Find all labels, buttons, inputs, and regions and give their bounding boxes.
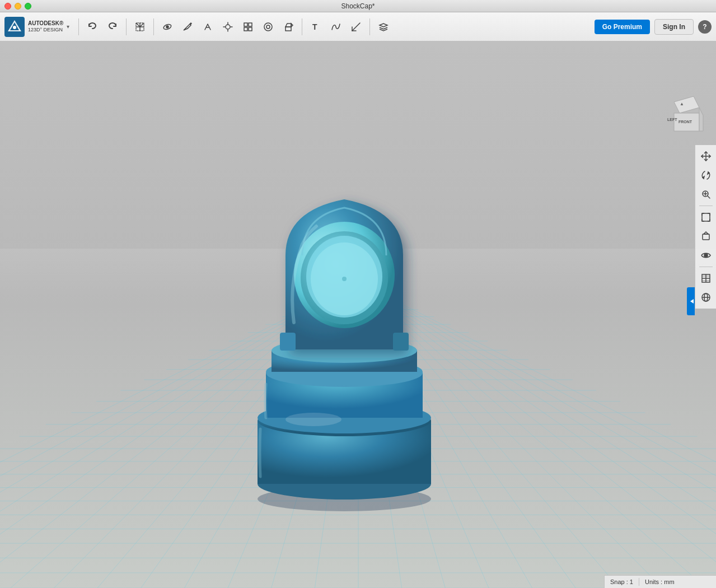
group-button[interactable] (259, 18, 277, 36)
pattern-button[interactable] (239, 18, 257, 36)
main-toolbar: AUTODESK® 123D° DESIGN ▾ (0, 12, 716, 41)
snap-status: Snap : 1 (610, 578, 633, 585)
svg-rect-51 (703, 234, 709, 240)
svg-rect-36 (393, 333, 409, 351)
svg-line-20 (352, 23, 360, 31)
titlebar: ShockCap* (0, 0, 716, 12)
right-toolbar (695, 145, 716, 309)
separator-1 (78, 18, 79, 35)
units-status[interactable]: Units : mm (645, 578, 675, 585)
svg-rect-35 (280, 333, 296, 351)
orbit-tool-button[interactable] (697, 166, 715, 184)
snap-label: Snap : 1 (610, 578, 633, 585)
svg-text:T: T (312, 22, 317, 31)
autodesk-logo (4, 17, 25, 37)
separator-3 (153, 18, 154, 35)
orbit-button[interactable] (158, 18, 176, 36)
svg-rect-10 (244, 23, 247, 26)
sign-in-button[interactable]: Sign In (654, 19, 694, 35)
zoom-tool-button[interactable] (697, 185, 715, 203)
view-button[interactable] (697, 246, 715, 264)
svg-point-34 (342, 277, 347, 281)
rt-separator-1 (699, 206, 713, 206)
svg-rect-12 (244, 27, 247, 31)
svg-rect-50 (702, 213, 710, 221)
svg-rect-16 (286, 27, 291, 31)
logo-dropdown[interactable]: ▾ (67, 24, 69, 30)
svg-point-9 (226, 25, 230, 29)
svg-line-47 (708, 196, 710, 198)
statusbar: Snap : 1 Units : mm (604, 575, 716, 588)
measure-button[interactable] (347, 18, 365, 36)
layers-button[interactable] (375, 18, 392, 36)
svg-point-37 (286, 413, 341, 426)
separator-5 (369, 18, 370, 35)
window-title: ShockCap* (341, 2, 375, 10)
logo-text: AUTODESK® 123D° DESIGN (28, 20, 63, 33)
modify-button[interactable] (219, 18, 237, 36)
right-panel-tab[interactable] (687, 287, 695, 315)
svg-point-15 (266, 25, 270, 29)
toolbar-right: Go Premium Sign In ? (595, 19, 712, 35)
redo-button[interactable] (104, 18, 121, 36)
separator-2 (126, 18, 127, 35)
pan-tool-button[interactable] (697, 147, 715, 165)
perspective-button[interactable] (697, 227, 715, 245)
svg-marker-38 (674, 96, 699, 113)
svg-point-7 (166, 26, 169, 28)
sketch-button[interactable] (179, 18, 196, 36)
traffic-lights (4, 3, 31, 10)
undo-button[interactable] (83, 18, 101, 36)
navigation-cube[interactable]: LEFT FRONT ▲ (663, 92, 705, 134)
maximize-button[interactable] (25, 3, 31, 10)
units-label: Units : mm (645, 578, 675, 585)
rt-separator-2 (699, 267, 713, 267)
go-premium-button[interactable]: Go Premium (595, 20, 650, 34)
svg-point-2 (13, 26, 16, 29)
separator-4 (302, 18, 302, 35)
svg-rect-13 (249, 27, 252, 31)
materials-button[interactable] (697, 288, 715, 306)
close-button[interactable] (4, 3, 11, 10)
viewport[interactable]: LEFT FRONT ▲ (0, 41, 716, 588)
grid-button[interactable] (697, 269, 715, 287)
minimize-button[interactable] (15, 3, 21, 10)
svg-marker-18 (291, 24, 293, 27)
svg-point-54 (705, 255, 706, 256)
help-button[interactable]: ? (698, 20, 712, 34)
svg-rect-11 (249, 23, 252, 26)
fit-screen-button[interactable] (697, 208, 715, 226)
logo-area[interactable]: AUTODESK® 123D° DESIGN ▾ (4, 17, 69, 37)
svg-point-14 (264, 23, 272, 31)
svg-marker-52 (704, 232, 708, 234)
text-button[interactable]: T (307, 18, 325, 36)
svg-text:LEFT: LEFT (667, 118, 677, 122)
status-separator (639, 578, 639, 586)
svg-marker-17 (286, 24, 291, 27)
spline-button[interactable] (327, 18, 345, 36)
extrude-button[interactable] (279, 18, 297, 36)
primitives-button[interactable] (131, 18, 149, 36)
construct-button[interactable] (199, 18, 217, 36)
svg-marker-40 (699, 108, 703, 131)
svg-text:▲: ▲ (680, 101, 684, 106)
svg-text:FRONT: FRONT (678, 120, 692, 124)
model-3d (204, 127, 484, 519)
